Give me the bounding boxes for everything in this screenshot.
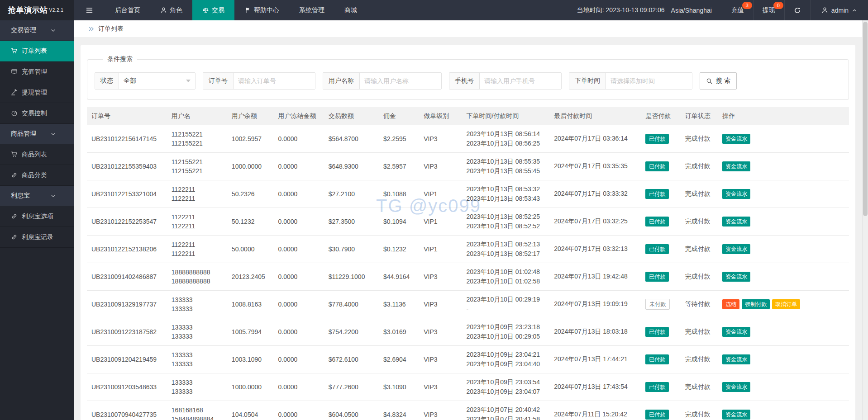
search-button[interactable]: 搜 索: [700, 72, 737, 90]
sidebar-item-label: 商品分类: [22, 171, 47, 179]
topnav-system-manage[interactable]: 系统管理: [289, 0, 334, 20]
topbar-right: 当地时间: 2023-10-13 09:02:06 Asia/Shanghai …: [567, 0, 868, 20]
local-time-text: 当地时间: 2023-10-13 09:02:06: [577, 6, 665, 14]
action-fund-flow-button[interactable]: 资金流水: [722, 327, 750, 337]
cell-balance: 50.0000: [227, 236, 274, 263]
withdraw-badge: 0: [773, 2, 783, 9]
topnav-help-center[interactable]: 帮助中心: [234, 0, 289, 20]
withdraw-button[interactable]: 提现 0: [753, 0, 784, 20]
refresh-button[interactable]: [784, 0, 810, 20]
action-fund-flow-button[interactable]: 资金流水: [722, 134, 750, 144]
action-fund-flow-button[interactable]: 资金流水: [722, 244, 750, 254]
cell-amount: $778.4000: [324, 291, 379, 318]
sidebar-item-order-list[interactable]: 订单列表: [0, 41, 74, 61]
action-fund-flow-button[interactable]: 资金流水: [722, 217, 750, 227]
cell-order-no: UB2310091203548633: [87, 373, 167, 401]
admin-menu[interactable]: admin: [810, 0, 868, 20]
cell-commission: $2.5957: [379, 153, 419, 180]
cell-username: 11222111122211: [167, 208, 227, 236]
cell-actions: 资金流水: [718, 373, 849, 401]
sidebar-item-withdraw-manage[interactable]: 提现管理: [0, 82, 74, 103]
gavel-icon: [11, 89, 18, 96]
action-fund-flow-button[interactable]: 资金流水: [722, 161, 750, 171]
sidebar-group-title: 商品管理: [11, 130, 39, 138]
breadcrumb: 订单列表: [74, 20, 862, 37]
panel-icon: [11, 68, 18, 75]
status-select[interactable]: 全部: [119, 73, 195, 89]
topnav-label: 后台首页: [115, 6, 140, 14]
cell-level: VIP3: [419, 125, 462, 153]
cell-order-pay-time: 2023年10月13日 08:53:322023年10月13日 08:53:43: [462, 180, 549, 208]
cell-commission: $0.1094: [379, 208, 419, 236]
action-fund-flow-button[interactable]: 资金流水: [722, 272, 750, 282]
local-time: 当地时间: 2023-10-13 09:02:06 Asia/Shanghai: [567, 0, 722, 20]
order-time-input[interactable]: [606, 73, 692, 89]
sidebar-item-trade-control[interactable]: 交易控制: [0, 103, 74, 124]
pay-status-badge: 已付款: [645, 244, 669, 254]
topnav-label: 商城: [344, 6, 357, 14]
action-fund-flow-button[interactable]: 资金流水: [722, 354, 750, 364]
column-header: 用户名: [167, 107, 227, 125]
sidebar-item-label: 利息宝选项: [22, 212, 53, 221]
sidebar-item-goods-list[interactable]: 商品列表: [0, 144, 74, 165]
recharge-button[interactable]: 充值 3: [722, 0, 753, 20]
flag-icon: [244, 7, 251, 14]
search-legend: 条件搜索: [103, 55, 137, 63]
sidebar-item-lixibao-records[interactable]: 利息宝记录: [0, 227, 74, 248]
cell-level: VIP3: [419, 401, 462, 420]
scrollbar[interactable]: [862, 20, 868, 420]
cell-order-no: UB2310091204219459: [87, 346, 167, 373]
cell-balance: 1003.1090: [227, 346, 274, 373]
order-no-input[interactable]: [234, 73, 315, 89]
topbar: 抢单演示站 V2.2.1 后台首页角色交易帮助中心系统管理商城 当地时间: 20…: [0, 0, 868, 20]
username-input[interactable]: [360, 73, 441, 89]
sidebar-item-lixibao-options[interactable]: 利息宝选项: [0, 206, 74, 227]
cell-actions: 资金流水: [718, 125, 849, 153]
topnav-mall[interactable]: 商城: [334, 0, 367, 20]
sidebar-group-lixibao[interactable]: 利息宝: [0, 186, 74, 206]
chevdown-icon: [39, 193, 68, 199]
cell-order-status: 完成付款: [681, 373, 718, 401]
cell-balance: 1002.5957: [227, 125, 274, 153]
action-cancel-order-button[interactable]: 取消订单: [772, 299, 800, 309]
topnav-dashboard[interactable]: 后台首页: [105, 0, 150, 20]
action-fund-flow-button[interactable]: 资金流水: [722, 189, 750, 199]
table-row: UB23101221521382061122211112221150.00000…: [87, 236, 849, 263]
cell-pay-status: 已付款: [641, 263, 681, 291]
topnav-roles[interactable]: 角色: [150, 0, 192, 20]
cell-commission: $0.1232: [379, 236, 419, 263]
topnav-trade[interactable]: 交易: [192, 0, 234, 20]
cell-frozen: 0.0000: [274, 125, 324, 153]
recharge-badge: 3: [742, 2, 752, 9]
page-title: 订单列表: [98, 25, 124, 33]
sidebar-group-goods-manage[interactable]: 商品管理: [0, 124, 74, 144]
sidebar-item-goods-category[interactable]: 商品分类: [0, 165, 74, 186]
cell-actions: 资金流水: [718, 208, 849, 236]
cell-actions: 资金流水: [718, 401, 849, 420]
cell-last-pay-time: 2024年07月17日 03:32:25: [549, 208, 641, 236]
sidebar-group-trade-manage[interactable]: 交易管理: [0, 20, 74, 41]
cell-order-pay-time: 2023年10月10日 00:29:19-: [462, 291, 549, 318]
cell-username: 1888888888818888888888: [167, 263, 227, 291]
cell-order-status: 完成付款: [681, 208, 718, 236]
action-freeze-button[interactable]: 冻结: [722, 299, 739, 309]
action-fund-flow-button[interactable]: 资金流水: [722, 410, 750, 420]
pay-status-badge: 未付款: [645, 299, 670, 310]
sidebar-item-label: 交易控制: [22, 109, 47, 118]
scrollbar-thumb[interactable]: [863, 22, 868, 216]
cell-last-pay-time: 2024年07月13日 19:42:48: [549, 263, 641, 291]
cell-last-pay-time: 2024年07月17日 03:33:32: [549, 180, 641, 208]
column-header: 交易数额: [324, 107, 379, 125]
menu-toggle-button[interactable]: [74, 0, 105, 20]
phone-input[interactable]: [480, 73, 561, 89]
action-force-pay-button[interactable]: 强制付款: [742, 299, 770, 309]
app-logo: 抢单演示站 V2.2.1: [0, 0, 74, 20]
action-fund-flow-button[interactable]: 资金流水: [722, 382, 750, 392]
cell-commission: $2.6904: [379, 346, 419, 373]
pay-status-badge: 已付款: [645, 161, 669, 171]
app-window: 抢单演示站 V2.2.1 后台首页角色交易帮助中心系统管理商城 当地时间: 20…: [0, 0, 868, 420]
cell-level: VIP3: [419, 263, 462, 291]
cell-level: VIP3: [419, 318, 462, 346]
sidebar-item-recharge-manage[interactable]: 充值管理: [0, 61, 74, 82]
pay-status-badge: 已付款: [645, 354, 669, 364]
